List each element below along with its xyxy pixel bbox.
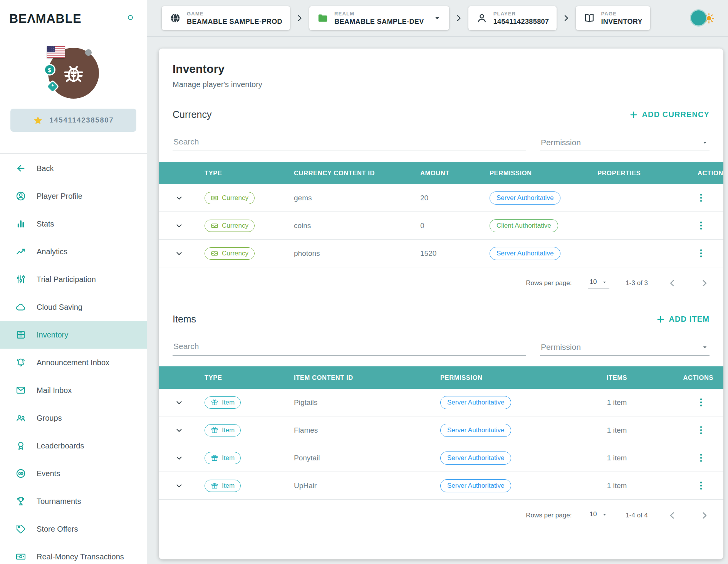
next-page-icon[interactable]: [699, 510, 710, 520]
expand-cell: [159, 249, 199, 258]
row-actions-menu-icon[interactable]: [699, 452, 704, 463]
player-person-icon: [476, 12, 488, 24]
previous-page-icon[interactable]: [667, 278, 677, 288]
expand-chevron-icon[interactable]: [174, 453, 184, 463]
sidebar-item-groups[interactable]: Groups: [0, 404, 147, 432]
rows-per-page-label: Rows per page:: [526, 512, 572, 519]
sidebar-item-inventory[interactable]: Inventory: [0, 321, 147, 349]
row-actions-menu-icon[interactable]: [699, 248, 704, 259]
next-page-icon[interactable]: [699, 278, 710, 288]
breadcrumb-game[interactable]: GAME BEAMABLE SAMPLE-PROD: [162, 6, 290, 30]
sidebar-item-label: Back: [37, 164, 54, 173]
row-actions-menu-icon[interactable]: [699, 480, 704, 491]
sidebar-item-real-money-transactions[interactable]: Real-Money Transactions: [0, 543, 147, 564]
sidebar-item-cloud-saving[interactable]: Cloud Saving: [0, 293, 147, 321]
previous-page-icon[interactable]: [667, 510, 677, 520]
chevron-down-icon: [601, 279, 608, 285]
status-dot: [85, 49, 92, 56]
beamable-logo: BEΛMABLE: [9, 12, 82, 26]
sidebar-item-store-offers[interactable]: Store Offers: [0, 515, 147, 543]
expand-chevron-icon[interactable]: [174, 221, 184, 230]
rows-per-page-value: 10: [589, 278, 597, 286]
add-item-button[interactable]: ADD ITEM: [656, 315, 710, 324]
col-amount: AMOUNT: [415, 170, 484, 177]
sidebar-item-label: Cloud Saving: [37, 303, 82, 312]
row-actions-menu-icon[interactable]: [699, 425, 704, 436]
banknote-icon: [15, 551, 26, 562]
sidebar-item-back[interactable]: Back: [0, 154, 147, 182]
sidebar-item-leaderboards[interactable]: Leaderboards: [0, 432, 147, 460]
col-item-content-id: ITEM CONTENT ID: [289, 374, 435, 381]
permission-pill: Server Authoritative: [440, 479, 511, 492]
currency-search-input[interactable]: [173, 135, 526, 151]
crumb-label: PAGE: [601, 11, 642, 17]
sidebar-item-label: Player Profile: [37, 192, 82, 201]
game-globe-icon: [169, 12, 181, 24]
sidebar-item-events[interactable]: Events: [0, 460, 147, 487]
stats-icon: [15, 218, 26, 229]
sidebar-item-label: Groups: [37, 414, 62, 423]
sidebar-item-player-profile[interactable]: Player Profile: [0, 182, 147, 210]
expand-cell: [159, 453, 199, 463]
col-items: ITEMS: [575, 374, 658, 381]
expand-chevron-icon[interactable]: [174, 249, 184, 258]
row-actions-menu-icon[interactable]: [699, 397, 704, 408]
row-actions-menu-icon[interactable]: [699, 220, 704, 231]
type-cell: Currency: [199, 192, 289, 204]
permission-cell: Server Authoritative: [484, 247, 592, 260]
sidebar-item-trial-participation[interactable]: Trial Participation: [0, 265, 147, 293]
currency-rows-per-page-select[interactable]: 10: [588, 277, 609, 289]
permission-pill: Server Authoritative: [440, 452, 511, 465]
breadcrumb-separator-icon: [562, 13, 571, 23]
breadcrumb-realm[interactable]: REALM BEAMABLE SAMPLE-DEV: [309, 6, 449, 30]
row-actions-menu-icon[interactable]: [699, 192, 704, 203]
sidebar-item-tournaments[interactable]: Tournaments: [0, 487, 147, 515]
expand-chevron-icon[interactable]: [174, 481, 184, 490]
realm-dropdown-caret-icon[interactable]: [433, 14, 441, 22]
currency-search: [173, 135, 526, 151]
type-cell: Currency: [199, 220, 289, 232]
sidebar-item-announcement-inbox[interactable]: Announcement Inbox: [0, 349, 147, 376]
item-count-cell: 1 item: [575, 426, 658, 435]
items-section-header: Items ADD ITEM: [159, 314, 723, 325]
sidebar-item-stats[interactable]: Stats: [0, 210, 147, 238]
expand-chevron-icon[interactable]: [174, 398, 184, 407]
permission-select-label: Permission: [541, 342, 581, 352]
chevron-down-icon: [601, 511, 608, 518]
add-currency-button[interactable]: ADD CURRENCY: [629, 110, 710, 119]
currency-section-header: Currency ADD CURRENCY: [159, 109, 723, 120]
player-id-chip: 14541142385807: [10, 109, 136, 132]
pagination-range: 1-4 of 4: [626, 512, 648, 519]
items-search-input[interactable]: [173, 339, 526, 356]
analytics-icon: [15, 246, 26, 257]
sidebar-item-analytics[interactable]: Analytics: [0, 238, 147, 265]
permission-pill: Server Authoritative: [490, 247, 560, 260]
permission-pill: Client Authoritative: [490, 219, 558, 232]
expand-chevron-icon[interactable]: [174, 426, 184, 435]
crumb-label: PLAYER: [493, 11, 549, 17]
plus-icon: [656, 315, 665, 324]
col-properties: PROPERTIES: [592, 170, 692, 177]
expand-chevron-icon[interactable]: [174, 193, 184, 203]
items-permission-select[interactable]: Permission: [540, 340, 710, 356]
item-row-flames: Item Flames Server Authoritative 1 item: [159, 416, 723, 444]
items-rows-per-page-select[interactable]: 10: [588, 510, 609, 521]
currency-permission-select[interactable]: Permission: [540, 136, 710, 151]
sidebar-collapse-indicator[interactable]: [128, 15, 133, 20]
breadcrumb-player[interactable]: PLAYER 14541142385807: [468, 6, 557, 30]
item-count-cell: 1 item: [575, 398, 658, 407]
page-subtitle: Manage player's inventory: [173, 80, 710, 89]
chevron-down-icon: [701, 139, 709, 146]
breadcrumb-page[interactable]: PAGE INVENTORY: [576, 6, 650, 30]
col-permission: PERMISSION: [435, 374, 575, 381]
page-title: Inventory: [173, 62, 710, 76]
permission-cell: Server Authoritative: [435, 424, 575, 437]
chevron-down-icon: [701, 343, 709, 351]
content-id-cell: Flames: [289, 426, 435, 435]
sidebar-item-mail-inbox[interactable]: Mail Inbox: [0, 376, 147, 404]
theme-toggle-knob: [691, 10, 706, 25]
permission-cell: Server Authoritative: [484, 191, 592, 205]
col-type: TYPE: [199, 374, 289, 381]
theme-toggle[interactable]: [690, 9, 715, 27]
sidebar-item-label: Tournaments: [37, 497, 81, 506]
